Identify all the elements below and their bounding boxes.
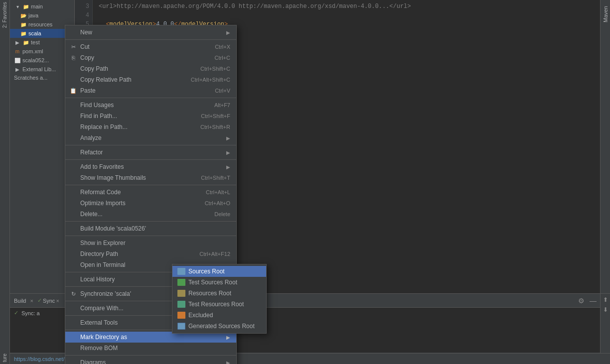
separator-5	[65, 185, 236, 185]
menu-item-new[interactable]: New ▶	[65, 27, 236, 38]
image-icon	[69, 174, 77, 182]
diagrams-icon	[69, 359, 77, 364]
sync-status-text: Sync: a	[21, 310, 40, 316]
menu-item-copy-path[interactable]: Copy Path Ctrl+Shift+C	[65, 63, 236, 74]
menu-item-copy[interactable]: ⎘ Copy Ctrl+C	[65, 52, 236, 63]
menu-label-dir-path: Directory Path	[80, 250, 118, 257]
submenu-item-test-sources-root[interactable]: Test Sources Root	[172, 277, 266, 288]
scroll-up-icon[interactable]: ⬆	[602, 296, 610, 304]
arrow-refactor: ▶	[226, 150, 230, 155]
menu-item-find-usages[interactable]: Find Usages Alt+F7	[65, 100, 236, 111]
compare-icon	[69, 304, 77, 312]
maven-panel-label[interactable]: Maven	[602, 4, 610, 24]
menu-label-replace-path: Replace in Path...	[80, 123, 128, 130]
terminal-icon	[69, 261, 77, 269]
sources-root-icon	[177, 268, 185, 275]
explorer-icon	[69, 239, 77, 247]
menu-item-replace-path[interactable]: Replace in Path... Ctrl+Shift+R	[65, 121, 236, 132]
sync-icon-menu: ↻	[69, 290, 77, 298]
submenu-label-test-sources-root: Test Sources Root	[188, 279, 237, 286]
menu-item-analyze[interactable]: Analyze ▶	[65, 132, 236, 143]
shortcut-copy-path: Ctrl+Shift+C	[200, 66, 230, 72]
menu-item-paste[interactable]: 📋 Paste Ctrl+V	[65, 85, 236, 96]
menu-item-delete[interactable]: Delete... Delete	[65, 209, 236, 220]
build-tab[interactable]: Build	[12, 296, 28, 306]
settings-icon[interactable]: ⚙	[576, 296, 586, 306]
expand-icon-test: ▶	[14, 39, 21, 46]
favorites-icon	[69, 163, 77, 171]
generated-sources-root-icon	[177, 323, 185, 330]
menu-label-copy-path: Copy Path	[80, 65, 108, 72]
sync-icon-small: ✓	[37, 297, 42, 304]
tree-item-java[interactable]: 📂 java	[10, 11, 74, 20]
shortcut-cut: Ctrl+X	[215, 44, 230, 50]
menu-label-add-favorites: Add to Favorites	[80, 163, 124, 170]
copy-path-icon	[69, 65, 77, 73]
menu-label-copy: Copy	[80, 54, 94, 61]
tree-label-test: test	[31, 39, 40, 45]
find-path-icon	[69, 112, 77, 120]
submenu-item-sources-root[interactable]: Sources Root	[172, 266, 266, 277]
menu-item-add-favorites[interactable]: Add to Favorites ▶	[65, 161, 236, 172]
tree-label-pomxml: pom.xml	[22, 48, 43, 54]
submenu-item-generated-sources-root[interactable]: Generated Sources Root	[172, 321, 266, 332]
menu-label-find-path: Find in Path...	[80, 113, 117, 120]
reformat-icon	[69, 188, 77, 196]
test-resources-root-icon	[177, 301, 185, 308]
resources-root-icon	[177, 290, 185, 297]
scroll-down-icon[interactable]: ⬇	[602, 306, 610, 314]
separator-13	[65, 355, 236, 356]
menu-item-build-module[interactable]: Build Module 'scala0526'	[65, 223, 236, 234]
sync-tab-close[interactable]: ×	[56, 298, 59, 304]
submenu-item-test-resources-root[interactable]: Test Resources Root	[172, 299, 266, 310]
close-panel-icon[interactable]: —	[588, 296, 598, 306]
menu-item-optimize[interactable]: Optimize Imports Ctrl+Alt+O	[65, 198, 236, 209]
structure-panel[interactable]: ture	[1, 352, 8, 364]
menu-label-reformat: Reformat Code	[80, 189, 121, 196]
optimize-icon	[69, 199, 77, 207]
remove-bom-icon	[69, 344, 77, 352]
folder-icon-test: 📁	[22, 39, 29, 46]
menu-item-diagrams[interactable]: Diagrams ▶	[65, 357, 236, 364]
sync-icons-row: ⚙ —	[576, 296, 598, 306]
tree-label-scratches: Scratches a...	[14, 75, 47, 81]
build-icon	[69, 225, 77, 233]
menu-item-remove-bom[interactable]: Remove BOM	[65, 343, 236, 354]
menu-item-find-path[interactable]: Find in Path... Ctrl+Shift+F	[65, 111, 236, 121]
submenu-item-excluded[interactable]: Excluded	[172, 310, 266, 321]
shortcut-delete: Delete	[214, 211, 230, 217]
arrow-analyze: ▶	[226, 135, 230, 141]
menu-label-find-usages: Find Usages	[80, 102, 114, 109]
submenu-item-resources-root[interactable]: Resources Root	[172, 288, 266, 299]
build-tab-close[interactable]: ×	[30, 298, 33, 304]
expand-icon: ▾	[14, 3, 21, 10]
refactor-icon	[69, 148, 77, 156]
separator-2	[65, 98, 236, 98]
menu-item-copy-rel-path[interactable]: Copy Relative Path Ctrl+Alt+Shift+C	[65, 74, 236, 85]
favorites-panel[interactable]: 2: Favorites	[1, 0, 8, 30]
submenu-label-sources-root: Sources Root	[188, 268, 225, 275]
right-sidebar: Maven	[600, 0, 610, 293]
menu-item-show-explorer[interactable]: Show in Explorer	[65, 238, 236, 248]
mark-dir-submenu: Sources Root Test Sources Root Resources…	[172, 264, 267, 334]
copy-icon: ⎘	[69, 54, 77, 62]
menu-item-image-thumbnails[interactable]: Show Image Thumbnails Ctrl+Shift+T	[65, 172, 236, 183]
new-icon	[69, 28, 77, 36]
menu-label-build-module: Build Module 'scala0526'	[80, 225, 146, 232]
menu-item-reformat[interactable]: Reformat Code Ctrl+Alt+L	[65, 187, 236, 198]
tree-item-main[interactable]: ▾ 📁 main	[10, 2, 74, 11]
xml-icon: m	[14, 48, 21, 55]
shortcut-copy-rel-path: Ctrl+Alt+Shift+C	[191, 77, 230, 83]
folder-icon: 📁	[22, 3, 29, 10]
menu-item-cut[interactable]: ✂ Cut Ctrl+X	[65, 41, 236, 52]
menu-item-refactor[interactable]: Refactor ▶	[65, 147, 236, 158]
mark-dir-icon	[69, 333, 77, 341]
sync-tab[interactable]: Sync	[43, 298, 55, 304]
menu-label-delete: Delete...	[80, 211, 103, 218]
test-sources-root-icon	[177, 279, 185, 286]
excluded-icon	[177, 312, 185, 319]
code-line-2	[99, 11, 594, 20]
ext-tools-icon	[69, 319, 77, 327]
menu-item-dir-path[interactable]: Directory Path Ctrl+Alt+F12	[65, 248, 236, 259]
submenu-label-excluded: Excluded	[188, 312, 213, 319]
